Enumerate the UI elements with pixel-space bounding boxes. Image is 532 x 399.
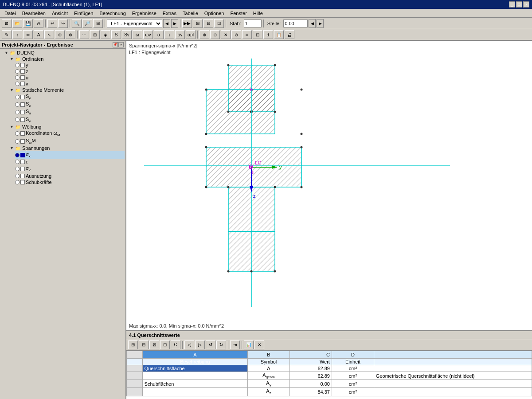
tb2-btn16[interactable]: τ <box>164 30 174 39</box>
menu-optionen[interactable]: Optionen <box>202 10 227 16</box>
maximize-button[interactable]: □ <box>516 1 522 8</box>
tree-item-z[interactable]: z <box>15 68 125 74</box>
tb-icon-4[interactable]: ⊡ <box>214 19 224 28</box>
tb2-btn7[interactable]: ⊗ <box>66 30 75 39</box>
btm-btn5[interactable]: C <box>171 340 180 349</box>
btm-btn1[interactable]: ⊞ <box>128 340 138 349</box>
print-button[interactable]: 🖨 <box>34 19 43 28</box>
stab-input[interactable] <box>244 20 262 27</box>
menu-ergebnisse[interactable]: Ergebnisse <box>129 10 159 16</box>
tb2-btn2[interactable]: ↕ <box>12 30 22 39</box>
tb2-btn19[interactable]: ⊕ <box>200 30 209 39</box>
tb2-btn13[interactable]: ω <box>133 30 142 39</box>
checkbox-sy[interactable] <box>20 95 25 99</box>
tb2-btn27[interactable]: 🖨 <box>285 30 294 39</box>
btm-btn3[interactable]: ⊠ <box>149 340 159 349</box>
tree-item-koordinaten-wm[interactable]: Koordinaten ωM <box>15 130 125 137</box>
tb2-btn3[interactable]: ⇔ <box>23 30 33 39</box>
checkbox-su[interactable] <box>20 110 25 114</box>
tb2-btn25[interactable]: ℹ <box>263 30 273 39</box>
tree-item-sigma-x[interactable]: σx <box>15 151 125 159</box>
btm-btn6[interactable]: ◁ <box>184 340 194 349</box>
tree-item-duenq[interactable]: ▼ 📁 DUENQ <box>4 50 125 56</box>
checkbox-sz[interactable] <box>20 102 25 107</box>
close-button[interactable]: × <box>523 1 529 8</box>
undo-button[interactable]: ↩ <box>47 19 57 28</box>
tb2-btn21[interactable]: ✕ <box>221 30 231 39</box>
btm-btn4[interactable]: ⊡ <box>160 340 170 349</box>
menu-berechnung[interactable]: Berechnung <box>97 10 128 16</box>
tb2-btn23[interactable]: ≡ <box>242 30 252 39</box>
btm-btn7[interactable]: ▷ <box>195 340 205 349</box>
open-button[interactable]: 📂 <box>12 19 22 28</box>
menu-datei[interactable]: Datei <box>2 10 19 16</box>
new-button[interactable]: 🗎 <box>2 19 12 28</box>
tb2-btn15[interactable]: σ <box>154 30 164 39</box>
tree-item-sigma-v[interactable]: σv <box>15 165 125 172</box>
tb2-btn5[interactable]: ↖ <box>44 30 54 39</box>
tree-item-y[interactable]: y <box>15 62 125 68</box>
tb2-btn1[interactable]: ✎ <box>2 30 12 39</box>
tree-item-u[interactable]: u <box>15 74 125 81</box>
tb-icon-2[interactable]: ⊞ <box>193 19 203 28</box>
btm-btn9[interactable]: ↻ <box>216 340 226 349</box>
menu-hilfe[interactable]: Hilfe <box>250 10 266 16</box>
save-button[interactable]: 💾 <box>23 19 33 28</box>
tree-item-swm[interactable]: SωM <box>15 137 125 145</box>
tree-item-su[interactable]: Su <box>15 108 125 116</box>
tb2-btn22[interactable]: ⊘ <box>231 30 241 39</box>
tb2-btn20[interactable]: ⊖ <box>210 30 220 39</box>
tree-item-schubkraefte[interactable]: Schubkräfte <box>15 179 125 185</box>
menu-tabelle[interactable]: Tabelle <box>180 10 201 16</box>
tb2-btn17[interactable]: σv <box>175 30 185 39</box>
tree-item-sv[interactable]: Sv <box>15 116 125 124</box>
checkbox-kwm[interactable] <box>20 131 25 136</box>
menu-extras[interactable]: Extras <box>160 10 179 16</box>
menu-bearbeiten[interactable]: Bearbeiten <box>20 10 48 16</box>
panel-pin-button[interactable]: 📌 <box>113 42 118 47</box>
panel-close-button[interactable]: × <box>118 42 124 47</box>
checkbox-sv-sm[interactable] <box>20 117 25 122</box>
tb2-btn9[interactable]: ⊞ <box>90 30 100 39</box>
checkbox-u[interactable] <box>20 75 25 80</box>
btm-btn8[interactable]: ↺ <box>206 340 215 349</box>
tree-item-tau[interactable]: τ <box>15 159 125 165</box>
tb2-btn8[interactable]: ⋯ <box>79 30 89 39</box>
tb2-btn10[interactable]: ◈ <box>101 30 110 39</box>
tb2-btn4[interactable]: A <box>34 30 43 39</box>
tb2-btn18[interactable]: σpl <box>186 30 196 39</box>
prev-stelle-button[interactable]: ◀ <box>309 19 316 28</box>
tree-item-sz[interactable]: Sz <box>15 101 125 108</box>
next-stelle-button[interactable]: ▶ <box>317 19 324 28</box>
checkbox-aus[interactable] <box>20 174 25 178</box>
tree-item-statmomente[interactable]: ▼ 📁 Statische Momente <box>10 87 125 93</box>
tb2-btn14[interactable]: ωv <box>143 30 153 39</box>
tree-item-ausnutzung[interactable]: Ausnutzung <box>15 173 125 179</box>
checkbox-z[interactable] <box>20 69 25 74</box>
tb-icon-3[interactable]: ⊟ <box>203 19 213 28</box>
btm-btn2[interactable]: ⊟ <box>139 340 149 349</box>
btm-btn12[interactable]: ✕ <box>254 340 264 349</box>
menu-einfuegen[interactable]: Einfügen <box>71 10 96 16</box>
tree-item-v[interactable]: v <box>15 81 125 87</box>
tree-item-sy[interactable]: Sy <box>15 93 125 101</box>
redo-button[interactable]: ↪ <box>58 19 68 28</box>
minimize-button[interactable]: _ <box>509 1 515 8</box>
checkbox-swm[interactable] <box>20 139 25 144</box>
tb-icon-1[interactable]: ▶▶ <box>182 19 192 28</box>
checkbox-v[interactable] <box>20 82 25 86</box>
tb2-btn6[interactable]: ⊕ <box>55 30 65 39</box>
btm-btn10[interactable]: ⇥ <box>230 340 240 349</box>
stelle-input[interactable] <box>283 20 308 27</box>
checkbox-schub[interactable] <box>20 180 25 184</box>
menu-fenster[interactable]: Fenster <box>228 10 250 16</box>
tb2-btn12[interactable]: Sv <box>122 30 132 39</box>
zoom-in-button[interactable]: 🔍 <box>72 19 82 28</box>
tree-item-ordinaten[interactable]: ▼ 📁 Ordinaten <box>10 56 125 62</box>
prev-lf-button[interactable]: ◀ <box>163 19 170 28</box>
next-lf-button[interactable]: ▶ <box>171 19 178 28</box>
checkbox-sx[interactable] <box>20 153 25 157</box>
tree-item-woelbung[interactable]: ▼ 📁 Wölbung <box>10 124 125 130</box>
tb2-btn26[interactable]: 📋 <box>274 30 284 39</box>
btm-btn11[interactable]: 📊 <box>244 340 254 349</box>
